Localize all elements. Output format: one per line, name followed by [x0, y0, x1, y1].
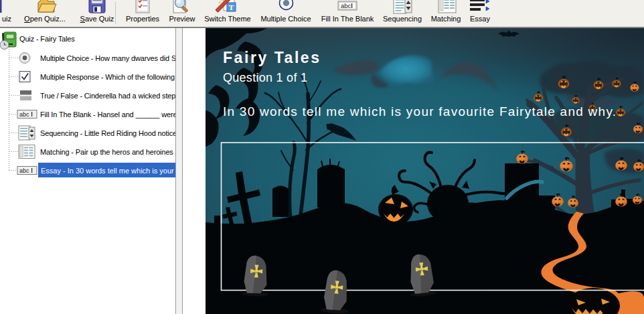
- svg-text:Fairy Tales: Fairy Tales: [223, 49, 319, 66]
- svg-text:T: T: [229, 3, 234, 11]
- svg-text:In 30 words tell me which is y: In 30 words tell me which is your favour…: [223, 104, 616, 119]
- svg-text:abc: abc: [19, 111, 29, 118]
- svg-text:Question 1 of 1: Question 1 of 1: [223, 71, 307, 84]
- svg-text:abc: abc: [19, 167, 29, 174]
- svg-text:abc: abc: [341, 2, 351, 9]
